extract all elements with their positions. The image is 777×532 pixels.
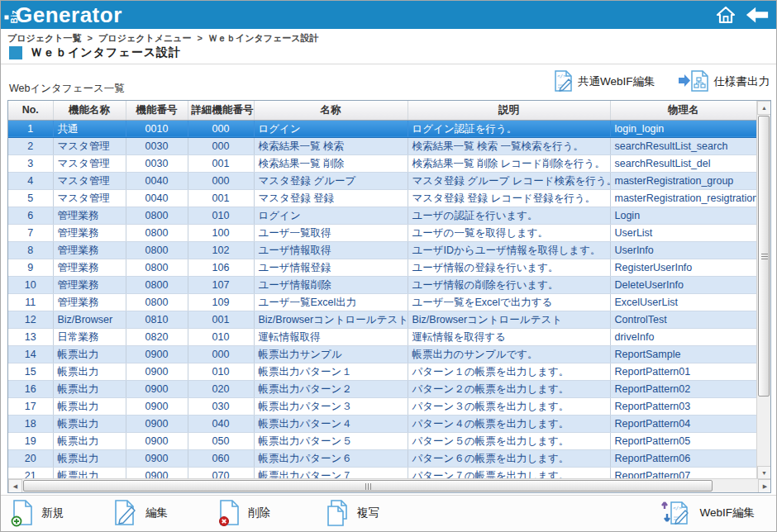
table-row[interactable]: 6管理業務0800010ログインユーザの認証を行います。Login: [8, 207, 757, 224]
table-cell: 管理業務: [53, 293, 126, 311]
table-cell: 000: [188, 172, 254, 189]
back-icon[interactable]: [745, 3, 770, 26]
column-header[interactable]: 詳細機能番号: [188, 101, 254, 120]
scroll-right-icon[interactable]: ▶: [758, 479, 771, 493]
column-header[interactable]: 説明: [408, 101, 610, 120]
table-cell: 管理業務: [53, 207, 126, 224]
common-webif-edit-button[interactable]: </> 共通WebIF編集: [554, 70, 655, 93]
table-cell: 帳票出力: [53, 380, 126, 397]
edit-button[interactable]: 編集: [113, 499, 168, 527]
svg-text:</>: </>: [673, 505, 682, 511]
table-cell: 100: [188, 224, 254, 241]
webif-table-container: No.機能名称機能番号詳細機能番号名称説明物理名 1共通0010000ログインロ…: [7, 100, 771, 493]
table-row[interactable]: 3マスタ管理0030001検索結果一覧 削除検索結果一覧 削除 レコード削除を行…: [8, 154, 757, 172]
table-cell: ユーザ一覧をExcelで出力する: [408, 293, 610, 311]
table-row[interactable]: 15帳票出力0900010帳票出力パターン１パターン１の帳票を出力します。Rep…: [8, 363, 757, 380]
table-cell: 0900: [126, 449, 188, 467]
vertical-scrollbar[interactable]: ▲ ▼: [756, 101, 770, 480]
new-label: 新規: [41, 506, 64, 520]
table-cell: 7: [8, 224, 53, 241]
table-row[interactable]: 7管理業務0800100ユーザ一覧取得ユーザの一覧を取得します。UserList: [8, 224, 757, 241]
table-cell: 000: [188, 137, 254, 154]
scroll-left-icon[interactable]: ◀: [8, 479, 22, 493]
table-cell: パターン５の帳票を出力します。: [408, 432, 610, 449]
horizontal-scrollbar[interactable]: ◀ ▶: [8, 478, 771, 492]
table-row[interactable]: 12Biz/Browser0810001Biz/Browserコントロールテスト…: [8, 311, 757, 328]
breadcrumb: プロジェクト一覧 > プロジェクトメニュー > Ｗｅｂインタフェース設計: [7, 32, 322, 45]
table-cell: マスタ管理: [53, 189, 126, 207]
table-cell: 管理業務: [53, 241, 126, 259]
scroll-up-icon[interactable]: ▲: [757, 101, 771, 115]
document-pencil-icon: [113, 499, 138, 527]
column-header[interactable]: 機能番号: [126, 101, 188, 120]
table-cell: ログイン認証を行う。: [408, 120, 610, 137]
table-row[interactable]: 2マスタ管理0030000検索結果一覧 検索検索結果一覧 検索 一覧検索を行う。…: [8, 137, 757, 154]
table-row[interactable]: 1共通0010000ログインログイン認証を行う。login_login: [8, 120, 757, 137]
table-cell: 管理業務: [53, 276, 126, 293]
table-cell: 0010: [126, 120, 188, 137]
breadcrumb-project-list[interactable]: プロジェクト一覧: [7, 33, 82, 43]
table-cell: 0900: [126, 415, 188, 432]
table-row[interactable]: 19帳票出力0900050帳票出力パターン５パターン５の帳票を出力します。Rep…: [8, 432, 757, 449]
table-cell: 帳票出力パターン１: [254, 363, 408, 380]
common-webif-edit-label: 共通WebIF編集: [578, 74, 655, 89]
table-cell: マスタ登録 グループ レコード検索を行う。: [408, 172, 610, 189]
table-row[interactable]: 13日常業務0820010運転情報取得運転情報を取得するdriveInfo: [8, 328, 757, 345]
column-header[interactable]: 機能名称: [53, 101, 126, 120]
table-row[interactable]: 16帳票出力0900020帳票出力パターン２パターン２の帳票を出力します。Rep…: [8, 380, 757, 397]
table-cell: ユーザ情報削除: [254, 276, 408, 293]
table-cell: 11: [8, 293, 53, 311]
table-cell: UserInfo: [610, 241, 757, 259]
list-title: Webインタフェース一覧: [9, 82, 125, 96]
edit-label: 編集: [145, 506, 168, 520]
copy-button[interactable]: 複写: [325, 499, 379, 527]
table-cell: マスタ管理: [53, 137, 126, 154]
table-row[interactable]: 9管理業務0800106ユーザ情報登録ユーザ情報の登録を行います。Registe…: [8, 259, 757, 276]
column-header[interactable]: 名称: [254, 101, 408, 120]
home-icon[interactable]: [713, 3, 738, 26]
table-cell: 13: [8, 328, 53, 345]
table-cell: 管理業務: [53, 259, 126, 276]
vertical-scrollbar-thumb[interactable]: [758, 116, 770, 397]
table-row[interactable]: 17帳票出力0900030帳票出力パターン３パターン３の帳票を出力します。Rep…: [8, 397, 757, 415]
column-header[interactable]: No.: [8, 101, 53, 120]
column-header[interactable]: 物理名: [610, 101, 757, 120]
table-cell: 0900: [126, 432, 188, 449]
table-row[interactable]: 4マスタ管理0040000マスタ登録 グループマスタ登録 グループ レコード検索…: [8, 172, 757, 189]
table-cell: RegisterUserInfo: [610, 259, 757, 276]
table-cell: 0800: [126, 224, 188, 241]
horizontal-scrollbar-thumb[interactable]: [23, 480, 713, 492]
table-cell: ユーザ情報取得: [254, 241, 408, 259]
table-cell: 運転情報を取得する: [408, 328, 610, 345]
top-header-bar: Biz Generator: [1, 1, 776, 29]
table-cell: マスタ登録 登録: [254, 189, 408, 207]
table-cell: 15: [8, 363, 53, 380]
table-cell: ReportPattern02: [610, 380, 757, 397]
table-cell: マスタ管理: [53, 172, 126, 189]
breadcrumb-project-menu[interactable]: プロジェクトメニュー: [98, 33, 191, 43]
delete-button[interactable]: 削除: [217, 499, 270, 527]
table-cell: 検索結果一覧 検索 一覧検索を行う。: [408, 137, 610, 154]
table-cell: 帳票出力のサンプルです。: [408, 345, 610, 363]
table-cell: 9: [8, 259, 53, 276]
new-button[interactable]: 新規: [11, 499, 64, 527]
table-row[interactable]: 11管理業務0800109ユーザ一覧Excel出力ユーザ一覧をExcelで出力す…: [8, 293, 757, 311]
spec-output-button[interactable]: 仕様書出力: [677, 70, 770, 93]
table-row[interactable]: 10管理業務0800107ユーザ情報削除ユーザ情報の削除を行います。Delete…: [8, 276, 757, 293]
table-row[interactable]: 18帳票出力0900040帳票出力パターン４パターン４の帳票を出力します。Rep…: [8, 415, 757, 432]
table-row[interactable]: 8管理業務0800102ユーザ情報取得ユーザIDからユーザ情報を取得します。Us…: [8, 241, 757, 259]
table-cell: 0040: [126, 189, 188, 207]
table-cell: 日常業務: [53, 328, 126, 345]
webif-edit-button[interactable]: </> WebIF編集: [660, 499, 755, 527]
table-cell: 帳票出力パターン６: [254, 449, 408, 467]
table-cell: ログイン: [254, 207, 408, 224]
table-cell: 16: [8, 380, 53, 397]
table-row[interactable]: 5マスタ管理0040001マスタ登録 登録マスタ登録 登録 レコード登録を行う。…: [8, 189, 757, 207]
table-row[interactable]: 14帳票出力0900000帳票出力サンプル帳票出力のサンプルです。ReportS…: [8, 345, 757, 363]
table-cell: 8: [8, 241, 53, 259]
table-cell: Biz/Browserコントロールテスト: [254, 311, 408, 328]
table-cell: ReportPattern05: [610, 432, 757, 449]
table-cell: 102: [188, 241, 254, 259]
table-cell: 010: [188, 207, 254, 224]
table-row[interactable]: 20帳票出力0900060帳票出力パターン６パターン６の帳票を出力します。Rep…: [8, 449, 757, 467]
